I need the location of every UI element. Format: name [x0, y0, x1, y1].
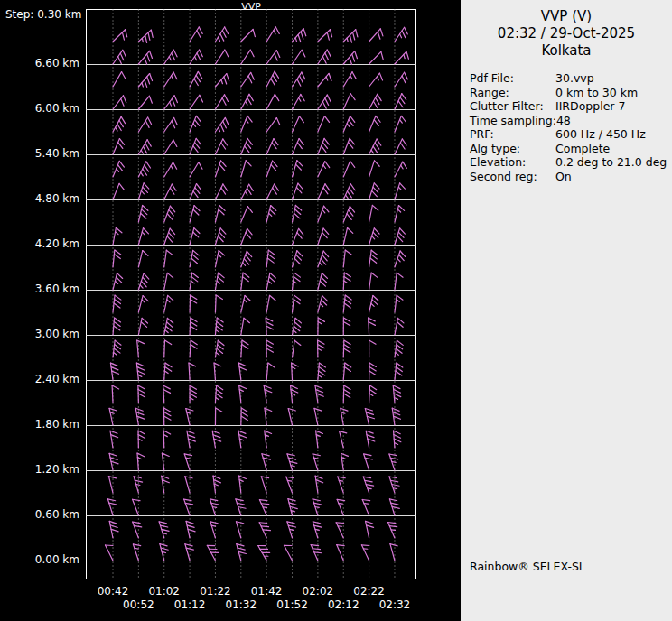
y-axis-tick: 6.00 km [0, 102, 79, 115]
wind-profile-panel: Step: 0.30 km VVP 6.60 km6.00 km5.40 km4… [0, 0, 461, 621]
scan-parameters: Pdf File:30.vvpRange:0 km to 30 kmClutte… [461, 71, 672, 183]
param-value: On [555, 170, 572, 184]
y-axis-tick: 4.80 km [0, 192, 79, 205]
x-axis-tick: 02:32 [373, 598, 416, 611]
param-row: PRF:600 Hz / 450 Hz [470, 127, 672, 142]
param-row: Alg type:Complete [470, 142, 672, 156]
y-axis-tick: 4.20 km [0, 237, 79, 250]
y-axis-tick: 5.40 km [0, 147, 79, 160]
x-axis-tick: 01:02 [143, 585, 186, 598]
brand-footer: Rainbow® SELEX-SI [470, 560, 583, 573]
info-panel: VVP (V) 02:32 / 29-Oct-2025 Kolkata Pdf … [461, 0, 672, 621]
param-label: Second reg: [470, 170, 555, 184]
wind-barb-plot [0, 0, 461, 621]
param-value: IIRDoppler 7 [555, 99, 625, 114]
y-axis-tick: 0.60 km [0, 508, 79, 521]
param-value: 0 km to 30 km [555, 86, 638, 100]
param-label: Range: [470, 86, 555, 100]
param-value: 30.vvp [555, 71, 594, 86]
x-axis-tick: 02:22 [348, 585, 391, 598]
x-axis-tick: 01:22 [193, 585, 237, 598]
param-row: Time sampling:48 [470, 114, 672, 128]
site-name: Kolkata [461, 42, 672, 60]
y-axis-tick: 0.00 km [0, 553, 79, 566]
x-axis-tick: 01:12 [168, 598, 211, 611]
param-label: Clutter Filter: [470, 99, 555, 114]
y-axis-tick: 3.60 km [0, 283, 79, 295]
x-axis-tick: 01:52 [271, 598, 314, 611]
x-axis-tick: 01:42 [245, 585, 288, 598]
param-row: Elevation:0.2 deg to 21.0 deg [470, 155, 672, 170]
param-row: Clutter Filter:IIRDoppler 7 [470, 99, 672, 114]
y-axis-tick: 2.40 km [0, 373, 79, 385]
product-title: VVP (V) [461, 0, 672, 25]
y-axis-tick: 1.20 km [0, 463, 79, 476]
param-label: Pdf File: [470, 71, 555, 86]
param-value: 48 [556, 114, 571, 128]
param-label: Time sampling: [470, 114, 556, 128]
param-value: 600 Hz / 450 Hz [555, 127, 646, 142]
param-value: Complete [555, 142, 610, 156]
x-axis-tick: 02:12 [322, 598, 365, 611]
scan-datetime: 02:32 / 29-Oct-2025 [461, 25, 672, 42]
param-label: PRF: [470, 127, 555, 142]
param-value: 0.2 deg to 21.0 deg [555, 155, 667, 170]
param-row: Pdf File:30.vvp [470, 71, 672, 86]
x-axis-tick: 00:42 [91, 585, 135, 598]
x-axis-tick: 00:52 [117, 598, 160, 611]
param-row: Second reg:On [470, 170, 672, 184]
x-axis-tick: 02:02 [296, 585, 340, 598]
param-label: Alg type: [470, 142, 555, 156]
param-label: Elevation: [470, 155, 555, 170]
x-axis-tick: 01:32 [219, 598, 263, 611]
param-row: Range:0 km to 30 km [470, 86, 672, 100]
y-axis-tick: 6.60 km [0, 57, 79, 70]
y-axis-tick: 1.80 km [0, 418, 79, 431]
y-axis-tick: 3.00 km [0, 328, 79, 340]
